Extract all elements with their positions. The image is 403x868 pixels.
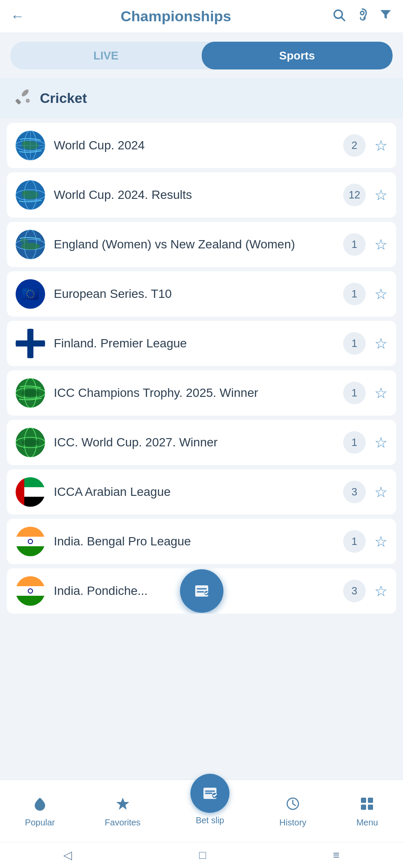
nav-popular[interactable]: Popular (25, 796, 55, 828)
country-flag (16, 230, 45, 259)
svg-point-27 (22, 389, 39, 396)
favorites-icon (115, 796, 131, 815)
system-home-button[interactable]: □ (199, 848, 206, 862)
country-flag (16, 527, 45, 556)
india-flag-icon (16, 527, 45, 556)
eu-flag-icon: 🇪🇺 (16, 279, 45, 309)
bottom-navigation: Popular Favorites Bet slip History (0, 779, 403, 842)
item-count: 2 (343, 134, 366, 157)
favorite-star[interactable]: ☆ (374, 335, 387, 352)
favorite-star[interactable]: ☆ (374, 533, 387, 550)
list-item[interactable]: World Cup. 2024. Results 12 ☆ (7, 172, 396, 218)
tab-bar: LIVE Sports (10, 42, 393, 69)
history-icon (285, 796, 301, 815)
list-item[interactable]: Finland. Premier League 1 ☆ (7, 321, 396, 366)
svg-marker-34 (116, 798, 129, 810)
filter-icon[interactable] (379, 8, 393, 25)
menu-icon (359, 796, 375, 815)
svg-rect-3 (15, 99, 21, 105)
item-count: 1 (343, 283, 366, 305)
list-item[interactable]: India. Pondiche... 3 ☆ (7, 568, 396, 614)
cricket-icon (13, 87, 32, 110)
item-count: 1 (343, 431, 366, 454)
bet-slip-overlay[interactable] (180, 569, 223, 613)
item-name: ICCA Arabian League (54, 484, 334, 500)
list-item[interactable]: 🇪🇺 European Series. T10 1 ☆ (7, 271, 396, 317)
favorite-star[interactable]: ☆ (374, 236, 387, 253)
svg-point-31 (22, 439, 39, 446)
list-item[interactable]: India. Bengal Pro League 1 ☆ (7, 519, 396, 564)
item-count: 1 (343, 530, 366, 553)
svg-rect-40 (361, 805, 366, 810)
svg-rect-39 (368, 798, 373, 803)
hearing-icon[interactable] (355, 8, 369, 25)
svg-line-1 (341, 17, 344, 20)
item-count: 3 (343, 481, 366, 503)
history-label: History (279, 818, 306, 828)
item-name: India. Bengal Pro League (54, 534, 334, 549)
sport-section-header: Cricket (0, 78, 403, 119)
svg-rect-38 (361, 798, 366, 803)
item-name: European Series. T10 (54, 286, 334, 302)
favorite-star[interactable]: ☆ (374, 434, 387, 451)
svg-point-4 (20, 88, 29, 97)
list-item[interactable]: ICC Champions Trophy. 2025. Winner 1 ☆ (7, 370, 396, 416)
item-count: 1 (343, 382, 366, 404)
uae-flag-icon (16, 477, 45, 507)
svg-point-22 (21, 243, 40, 250)
finland-flag-icon (16, 329, 45, 358)
list-item[interactable]: ICC. World Cup. 2027. Winner 1 ☆ (7, 420, 396, 465)
svg-point-5 (26, 99, 29, 102)
svg-point-13 (22, 141, 29, 145)
favorite-star[interactable]: ☆ (374, 285, 387, 303)
item-count: 1 (343, 332, 366, 355)
india-flag-icon-2 (16, 576, 45, 606)
item-name: Finland. Premier League (54, 336, 334, 351)
page-title: Championships (29, 8, 322, 25)
favorite-star[interactable]: ☆ (374, 384, 387, 402)
svg-point-23 (20, 238, 29, 244)
tab-sports[interactable]: Sports (202, 42, 393, 69)
svg-point-18 (22, 190, 29, 195)
system-navigation: ◁ □ ≡ (0, 842, 403, 868)
back-button[interactable]: ← (10, 8, 24, 24)
country-flag (16, 180, 45, 210)
tab-live[interactable]: LIVE (10, 42, 202, 69)
item-count: 3 (343, 580, 366, 602)
country-flag (16, 131, 45, 160)
app-header: ← Championships (0, 0, 403, 33)
favorites-label: Favorites (105, 818, 141, 828)
favorite-star[interactable]: ☆ (374, 186, 387, 204)
bet-slip-button[interactable] (190, 774, 229, 813)
svg-point-2 (360, 11, 364, 15)
item-name: World Cup. 2024. Results (54, 187, 334, 203)
country-flag (16, 329, 45, 358)
favorite-star[interactable]: ☆ (374, 483, 387, 501)
sport-title: Cricket (40, 90, 87, 106)
search-icon[interactable] (332, 8, 346, 25)
country-flag (16, 378, 45, 408)
country-flag (16, 428, 45, 457)
list-item[interactable]: ICCA Arabian League 3 ☆ (7, 469, 396, 515)
svg-rect-41 (368, 805, 373, 810)
item-name: World Cup. 2024 (54, 138, 334, 153)
favorite-star[interactable]: ☆ (374, 137, 387, 154)
nav-history[interactable]: History (279, 796, 306, 828)
favorite-star[interactable]: ☆ (374, 582, 387, 600)
championship-list: World Cup. 2024 2 ☆ World Cup. 2024. Res… (0, 123, 403, 687)
popular-icon (32, 796, 48, 815)
system-back-button[interactable]: ◁ (63, 848, 72, 862)
item-name: England (Women) vs New Zealand (Women) (54, 237, 334, 252)
item-name: ICC. World Cup. 2027. Winner (54, 435, 334, 450)
item-count: 12 (343, 184, 366, 206)
nav-favorites[interactable]: Favorites (105, 796, 141, 828)
nav-bet-slip[interactable]: Bet slip (190, 774, 229, 825)
list-item[interactable]: England (Women) vs New Zealand (Women) 1… (7, 222, 396, 267)
item-count: 1 (343, 233, 366, 256)
list-item[interactable]: World Cup. 2024 2 ☆ (7, 123, 396, 168)
country-flag (16, 477, 45, 507)
nav-menu[interactable]: Menu (356, 796, 378, 828)
popular-label: Popular (25, 818, 55, 828)
country-flag (16, 576, 45, 606)
system-menu-button[interactable]: ≡ (333, 848, 339, 862)
